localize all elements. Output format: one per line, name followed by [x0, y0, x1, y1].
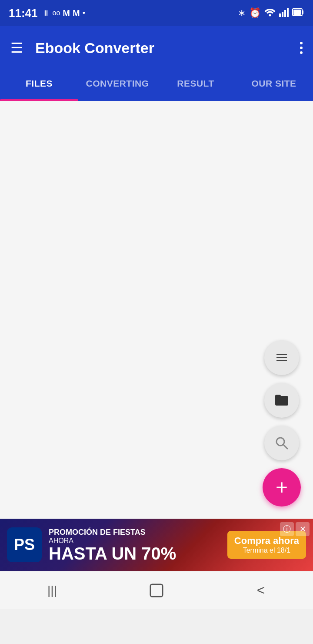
- main-content: +: [0, 101, 313, 519]
- svg-rect-9: [276, 357, 287, 358]
- search-icon: [274, 436, 289, 450]
- text-file-fab-button[interactable]: [264, 340, 299, 375]
- app-title: Ebook Converter: [35, 40, 154, 57]
- wifi-icon: [264, 7, 276, 19]
- tab-result[interactable]: RESULT: [156, 70, 235, 101]
- ad-text-block: PROMOCIÓN DE FIESTAS AHORA HASTA UN 70%: [49, 528, 227, 562]
- gmail2-icon: M: [73, 8, 80, 18]
- folder-fab-button[interactable]: [264, 383, 299, 418]
- svg-rect-8: [276, 354, 287, 355]
- nav-bar: ||| <: [0, 571, 313, 609]
- svg-rect-6: [293, 10, 301, 15]
- home-icon: [147, 581, 166, 600]
- voicemail-icon: oo: [53, 9, 60, 17]
- svg-rect-1: [279, 13, 281, 17]
- tab-converting[interactable]: CONVERTING: [78, 70, 156, 101]
- back-button[interactable]: <: [243, 577, 278, 604]
- ad-cta-sub: Termina el 18/1: [234, 547, 299, 554]
- tab-files[interactable]: FILES: [0, 70, 78, 101]
- svg-rect-7: [302, 10, 303, 14]
- svg-point-0: [269, 14, 271, 17]
- app-bar: ☰ Ebook Converter: [0, 26, 313, 70]
- folder-icon: [274, 392, 290, 408]
- recent-apps-button[interactable]: |||: [35, 577, 70, 604]
- recent-apps-icon: |||: [47, 584, 57, 597]
- ad-promo-text: PROMOCIÓN DE FIESTAS: [49, 528, 227, 537]
- svg-line-12: [283, 445, 287, 449]
- add-fab-button[interactable]: +: [263, 468, 301, 506]
- ad-cta-text: Compra ahora: [234, 535, 299, 547]
- plus-icon: +: [276, 477, 288, 498]
- search-fab-button[interactable]: [264, 426, 299, 460]
- ad-discount: HASTA UN 70%: [49, 545, 227, 562]
- hamburger-menu-icon[interactable]: ☰: [10, 40, 23, 56]
- status-bar: 11:41 ⏸ oo M M • ∗ ⏰: [0, 0, 313, 26]
- svg-rect-2: [282, 12, 283, 17]
- fab-container: +: [263, 340, 301, 506]
- back-icon: <: [257, 582, 265, 598]
- text-list-icon: [275, 351, 289, 365]
- status-time: 11:41: [9, 7, 38, 20]
- tab-bar: FILES CONVERTING RESULT OUR SITE: [0, 70, 313, 101]
- ad-close-button[interactable]: ✕: [296, 522, 310, 536]
- svg-rect-10: [276, 360, 287, 361]
- ad-cta-block[interactable]: Compra ahora Termina el 18/1: [227, 531, 306, 559]
- status-icons-right: ∗ ⏰: [238, 7, 304, 19]
- dot-icon: •: [83, 9, 85, 18]
- tab-our-site[interactable]: OUR SITE: [235, 70, 313, 101]
- bluetooth-icon: ∗: [238, 7, 246, 19]
- pause-icon: ⏸: [42, 9, 50, 18]
- signal-icon: [279, 7, 289, 19]
- gmail-icon: M: [63, 8, 70, 18]
- status-icons-left: ⏸ oo M M •: [42, 8, 85, 18]
- alarm-icon: ⏰: [249, 7, 261, 19]
- battery-icon: [292, 7, 304, 19]
- svg-rect-13: [150, 584, 163, 597]
- svg-rect-4: [287, 8, 289, 17]
- app-bar-left: ☰ Ebook Converter: [10, 40, 154, 57]
- ad-info-button[interactable]: ⓘ: [280, 522, 294, 536]
- svg-rect-3: [284, 10, 286, 17]
- home-button[interactable]: [139, 577, 174, 604]
- ad-banner: PS PROMOCIÓN DE FIESTAS AHORA HASTA UN 7…: [0, 519, 313, 571]
- ad-ahora-label: AHORA: [49, 537, 227, 545]
- more-options-icon[interactable]: [300, 42, 303, 54]
- ad-ps-logo: PS: [7, 527, 42, 562]
